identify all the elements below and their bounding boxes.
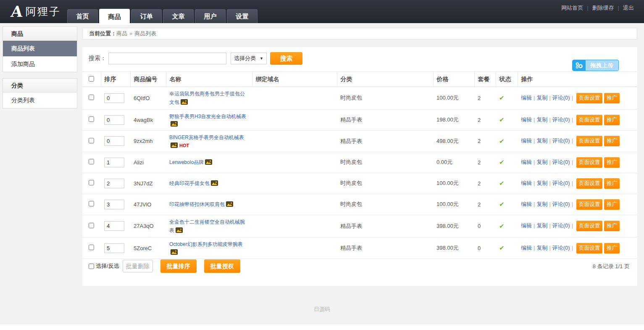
sidebar-item-category-list[interactable]: 分类列表 bbox=[3, 92, 77, 108]
product-name-link[interactable]: 野狼手表男H3自发光全自动机械表 bbox=[169, 114, 246, 119]
row-checkbox[interactable] bbox=[89, 159, 94, 164]
select-invert-checkbox[interactable] bbox=[89, 264, 94, 269]
sort-input[interactable] bbox=[104, 158, 124, 167]
search-input[interactable] bbox=[108, 53, 226, 64]
product-package: 2 bbox=[474, 152, 496, 173]
tab-products[interactable]: 商品 bbox=[99, 9, 130, 25]
comments-link[interactable]: 评论(0) bbox=[552, 222, 570, 229]
sort-input[interactable] bbox=[104, 136, 124, 146]
sidebar-item-add-product[interactable]: 添加商品 bbox=[3, 56, 77, 72]
comments-link[interactable]: 评论(0) bbox=[552, 245, 570, 251]
product-image-icon[interactable] bbox=[171, 121, 178, 128]
sort-input[interactable] bbox=[104, 200, 124, 209]
product-name-link[interactable]: Lenwebolo品牌 bbox=[169, 159, 204, 165]
promote-button[interactable]: 推广 bbox=[604, 115, 620, 125]
tab-settings[interactable]: 设置 bbox=[227, 9, 258, 23]
page-settings-button[interactable]: 页面设置 bbox=[576, 136, 602, 146]
row-checkbox[interactable] bbox=[89, 223, 94, 228]
comments-link[interactable]: 评论(0) bbox=[552, 159, 570, 165]
comments-link[interactable]: 评论(0) bbox=[552, 201, 570, 207]
promote-button[interactable]: 推广 bbox=[604, 243, 620, 253]
app-logo[interactable]: A 阿狸子 bbox=[11, 3, 61, 19]
product-image-icon[interactable] bbox=[205, 159, 212, 166]
comments-link[interactable]: 评论(0) bbox=[552, 180, 570, 186]
table-row: 27A3qO 全金色十二生肖镂空全自动机械腕表 精品手表 398.00元 0 ✔… bbox=[82, 215, 637, 238]
batch-sort-button[interactable]: 批量排序 bbox=[160, 259, 197, 273]
top-link-site-home[interactable]: 网站首页 bbox=[561, 5, 583, 11]
product-image-icon[interactable] bbox=[181, 99, 188, 106]
promote-button[interactable]: 推广 bbox=[604, 199, 620, 210]
copy-link[interactable]: 复制 bbox=[536, 137, 547, 144]
promote-button[interactable]: 推广 bbox=[604, 136, 620, 146]
row-checkbox[interactable] bbox=[89, 245, 94, 250]
row-checkbox[interactable] bbox=[89, 116, 94, 122]
promote-button[interactable]: 推广 bbox=[604, 178, 620, 189]
product-image-icon[interactable] bbox=[171, 143, 178, 149]
promote-button[interactable]: 推广 bbox=[604, 93, 620, 103]
top-link-clear-cache[interactable]: 删除缓存 bbox=[592, 5, 614, 11]
sort-input[interactable] bbox=[104, 221, 124, 231]
breadcrumb-section[interactable]: 商品 bbox=[116, 30, 127, 37]
page-settings-button[interactable]: 页面设置 bbox=[576, 115, 602, 125]
top-link-logout[interactable]: 退出 bbox=[623, 5, 634, 11]
search-button[interactable]: 搜索 bbox=[270, 52, 302, 65]
edit-link[interactable]: 编辑 bbox=[521, 116, 532, 123]
breadcrumb: 当前位置：商品»商品列表 bbox=[82, 28, 637, 40]
copy-link[interactable]: 复制 bbox=[536, 245, 547, 251]
comments-link[interactable]: 评论(0) bbox=[552, 116, 570, 123]
sort-input[interactable] bbox=[104, 243, 124, 253]
row-checkbox[interactable] bbox=[89, 180, 94, 185]
tab-users[interactable]: 用户 bbox=[195, 9, 226, 23]
action-separator: | bbox=[572, 180, 573, 186]
product-image-icon[interactable] bbox=[226, 201, 233, 208]
product-name-link[interactable]: 印花抽带搭扣休闲双肩包 bbox=[169, 201, 225, 207]
category-select[interactable]: 选择分类 ▼ bbox=[231, 53, 267, 64]
action-separator: | bbox=[549, 137, 550, 144]
product-image-icon[interactable] bbox=[171, 249, 178, 256]
product-name-link[interactable]: 经典印花手提女包 bbox=[169, 180, 210, 186]
copy-link[interactable]: 复制 bbox=[536, 95, 547, 101]
promote-button[interactable]: 推广 bbox=[604, 221, 620, 231]
comments-link[interactable]: 评论(0) bbox=[552, 137, 570, 144]
tab-orders[interactable]: 订单 bbox=[131, 9, 162, 23]
tab-home[interactable]: 首页 bbox=[67, 9, 98, 23]
promote-button[interactable]: 推广 bbox=[604, 157, 620, 168]
edit-link[interactable]: 编辑 bbox=[521, 95, 532, 101]
page-settings-button[interactable]: 页面设置 bbox=[576, 243, 602, 253]
copy-link[interactable]: 复制 bbox=[536, 159, 547, 165]
copy-link[interactable]: 复制 bbox=[536, 116, 547, 123]
edit-link[interactable]: 编辑 bbox=[521, 159, 532, 165]
product-name-link[interactable]: BINGER宾格手表男全自动机械表 bbox=[169, 135, 244, 140]
page-settings-button[interactable]: 页面设置 bbox=[576, 93, 602, 103]
batch-delete-button[interactable]: 批量删除 bbox=[123, 260, 153, 272]
edit-link[interactable]: 编辑 bbox=[521, 222, 532, 229]
copy-link[interactable]: 复制 bbox=[536, 222, 547, 229]
batch-authorize-button[interactable]: 批量授权 bbox=[204, 259, 240, 273]
sort-input[interactable] bbox=[104, 93, 124, 103]
select-all-checkbox[interactable] bbox=[89, 76, 94, 82]
action-separator: | bbox=[534, 222, 535, 229]
product-image-icon[interactable] bbox=[176, 227, 183, 234]
edit-link[interactable]: 编辑 bbox=[521, 245, 532, 251]
row-checkbox[interactable] bbox=[89, 95, 94, 100]
page-settings-button[interactable]: 页面设置 bbox=[576, 221, 602, 231]
row-checkbox[interactable] bbox=[89, 138, 94, 143]
sort-input[interactable] bbox=[104, 179, 124, 188]
page-settings-button[interactable]: 页面设置 bbox=[576, 178, 602, 189]
product-image-icon[interactable] bbox=[211, 180, 218, 187]
page-settings-button[interactable]: 页面设置 bbox=[576, 199, 602, 210]
breadcrumb-page[interactable]: 商品列表 bbox=[134, 30, 156, 37]
sidebar-item-product-list[interactable]: 商品列表 bbox=[3, 41, 77, 56]
edit-link[interactable]: 编辑 bbox=[521, 201, 532, 207]
row-checkbox[interactable] bbox=[89, 201, 94, 206]
copy-link[interactable]: 复制 bbox=[536, 180, 547, 186]
comments-link[interactable]: 评论(0) bbox=[552, 95, 570, 101]
page-settings-button[interactable]: 页面设置 bbox=[576, 157, 602, 168]
tab-articles[interactable]: 文章 bbox=[163, 9, 194, 23]
sort-input[interactable] bbox=[104, 115, 124, 125]
product-name-link[interactable]: October幻影系列多功能皮带腕表 bbox=[169, 241, 243, 247]
drag-upload-button[interactable]: 拖拽上传 bbox=[572, 60, 619, 71]
copy-link[interactable]: 复制 bbox=[536, 201, 547, 207]
edit-link[interactable]: 编辑 bbox=[521, 180, 532, 186]
edit-link[interactable]: 编辑 bbox=[521, 137, 532, 144]
